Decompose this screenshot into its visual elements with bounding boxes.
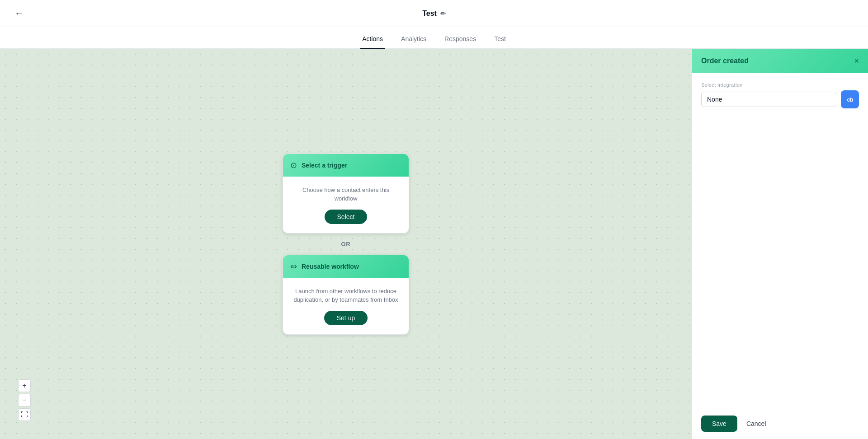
or-divider: OR <box>341 241 351 248</box>
trigger-card-header: ⊙ Select a trigger <box>283 154 409 177</box>
reusable-card-description: Launch from other workflows to reduce du… <box>290 287 401 304</box>
panel-title: Order created <box>701 57 749 65</box>
tab-responses[interactable]: Responses <box>443 30 478 49</box>
trigger-card-body: Choose how a contact enters this workflo… <box>283 177 409 233</box>
tab-test[interactable]: Test <box>492 30 508 49</box>
integration-input[interactable] <box>701 92 837 107</box>
trigger-card: ⊙ Select a trigger Choose how a contact … <box>283 154 409 234</box>
panel-header: Order created × <box>692 49 868 73</box>
integration-field: Select Integration cb <box>701 82 859 108</box>
back-button[interactable]: ← <box>11 6 27 20</box>
workflow-canvas: ⊙ Select a trigger Choose how a contact … <box>0 49 692 439</box>
reusable-card-header: ⇔ Reusable workflow <box>283 255 409 278</box>
right-panel: Order created × Select Integration cb Sa… <box>692 49 868 439</box>
trigger-icon: ⊙ <box>290 160 297 170</box>
canvas-content: ⊙ Select a trigger Choose how a contact … <box>283 154 409 335</box>
zoom-fit-button[interactable]: ⛶ <box>18 408 31 421</box>
edit-title-icon[interactable]: ✏ <box>440 10 446 17</box>
select-trigger-button[interactable]: Select <box>325 210 368 224</box>
tab-analytics[interactable]: Analytics <box>399 30 428 49</box>
panel-close-button[interactable]: × <box>854 57 859 65</box>
zoom-out-button[interactable]: − <box>18 394 31 406</box>
zoom-controls: + − ⛶ <box>18 379 31 421</box>
trigger-card-title: Select a trigger <box>302 162 347 169</box>
setup-reusable-button[interactable]: Set up <box>324 311 368 325</box>
save-button[interactable]: Save <box>701 416 737 432</box>
reusable-card-title: Reusable workflow <box>302 263 359 270</box>
zoom-in-button[interactable]: + <box>18 379 31 392</box>
integration-input-row: cb <box>701 90 859 108</box>
cb-logo: cb <box>841 90 859 108</box>
reusable-icon: ⇔ <box>290 262 297 271</box>
main-layout: ⊙ Select a trigger Choose how a contact … <box>0 49 868 439</box>
reusable-card-body: Launch from other workflows to reduce du… <box>283 278 409 334</box>
integration-label: Select Integration <box>701 82 859 88</box>
panel-body: Select Integration cb <box>692 73 868 408</box>
page-title: Test ✏ <box>422 9 446 18</box>
topbar: ← Test ✏ <box>0 0 868 27</box>
tabs-bar: Actions Analytics Responses Test <box>0 27 868 49</box>
trigger-card-description: Choose how a contact enters this workflo… <box>290 186 401 203</box>
cancel-button[interactable]: Cancel <box>743 416 770 432</box>
tab-actions[interactable]: Actions <box>360 30 385 49</box>
panel-footer: Save Cancel <box>692 408 868 439</box>
reusable-card: ⇔ Reusable workflow Launch from other wo… <box>283 255 409 335</box>
